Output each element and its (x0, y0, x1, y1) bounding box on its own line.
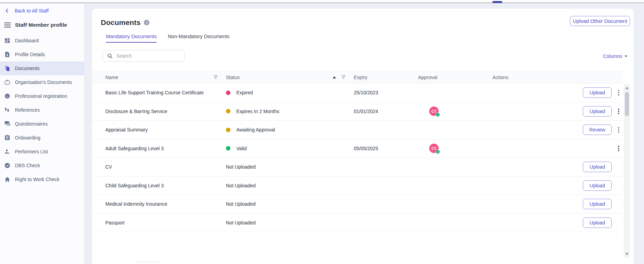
expiry-date: 01/01/2024 (354, 109, 418, 114)
sidebar-item-performers-list[interactable]: Performers List (0, 145, 84, 159)
page: Back to All Staff Staff Member profile D… (0, 0, 644, 264)
table-row: Basic Life Support Training Course Certi… (92, 84, 623, 102)
table-row: Appraisal Summary Awaiting Approval Revi… (92, 121, 623, 139)
table-row: Medical Indemnity Insurance Not Uploaded… (92, 195, 623, 214)
table-row: CV Not Uploaded Upload (92, 158, 623, 177)
upload-button[interactable]: Upload (583, 87, 612, 98)
table-row: Adult Safeguarding Level 3 Valid 05/05/2… (92, 139, 623, 158)
scroll-up-icon[interactable] (625, 87, 629, 89)
column-header-name: Name (105, 71, 226, 83)
upload-other-document-button[interactable]: Upload Other Document (570, 16, 630, 26)
quotes-icon (4, 107, 10, 113)
document-name: Adult Safeguarding Level 3 (105, 146, 226, 151)
search-input[interactable] (116, 53, 185, 59)
more-options-icon[interactable] (617, 89, 621, 97)
profile-details-icon (4, 51, 10, 58)
documents-icon (4, 65, 10, 71)
more-options-icon[interactable] (617, 107, 621, 116)
document-name: Medical Indemnity Insurance (105, 201, 226, 207)
expiry-date: 05/05/2025 (354, 146, 418, 151)
top-strip (0, 0, 644, 3)
status-text: Awaiting Approval (236, 127, 275, 133)
status-dot (226, 109, 230, 113)
sidebar: Back to All Staff Staff Member profile D… (0, 4, 84, 264)
upload-button[interactable]: Upload (583, 162, 612, 172)
document-name: Appraisal Summary (105, 127, 226, 133)
table-header: Name Status Expiry Approval Actions (92, 71, 623, 83)
documents-panel: Documents i Upload Other Document Mandat… (92, 9, 634, 264)
dashboard-icon (4, 37, 10, 44)
review-button[interactable]: Review (583, 125, 612, 135)
table-body: Basic Life Support Training Course Certi… (92, 84, 623, 232)
column-header-status: Status (226, 71, 354, 83)
chevron-left-icon (3, 7, 10, 14)
sidebar-item-organisation-documents[interactable]: Organisation's Documents (0, 75, 84, 89)
sidebar-item-dashboard[interactable]: Dashboard (0, 34, 84, 48)
status-text: Not Uploaded (226, 201, 256, 207)
filter-icon[interactable] (341, 75, 346, 80)
expiry-date: 25/10/2023 (354, 90, 418, 95)
info-icon[interactable]: i (144, 20, 149, 25)
page-size-select[interactable] (136, 262, 160, 264)
briefcase-icon (4, 79, 10, 85)
column-header-expiry: Expiry (354, 71, 418, 83)
sidebar-item-documents[interactable]: Documents (0, 61, 84, 75)
status-text: Valid (236, 146, 247, 151)
scrollbar-thumb[interactable] (625, 92, 629, 116)
sidebar-item-references[interactable]: References (0, 103, 84, 117)
table-row: Passport Not Uploaded Upload (92, 214, 623, 232)
sidebar-item-onboarding[interactable]: Onboarding (0, 131, 84, 145)
table-row: Disclosure & Barring Service Expires In … (92, 102, 623, 121)
filter-icon[interactable] (213, 75, 218, 80)
document-name: Basic Life Support Training Course Certi… (105, 90, 226, 95)
document-name: Child Safeguarding Level 3 (105, 183, 226, 188)
status-text: Expired (236, 90, 253, 95)
status-text: Expires In 2 Months (236, 109, 279, 114)
sidebar-item-questionnaires[interactable]: Questionnaires (0, 117, 84, 131)
clipboard-icon (4, 135, 10, 141)
status-dot (226, 128, 230, 132)
tab-non-mandatory-documents[interactable]: Non-Mandatory Documents (168, 34, 229, 43)
person-check-icon (4, 148, 10, 155)
check-circle-icon (4, 162, 10, 169)
vertical-scrollbar[interactable] (624, 84, 630, 258)
document-name: Passport (105, 220, 226, 225)
columns-menu[interactable]: Columns (603, 53, 627, 59)
column-header-approval: Approval (418, 71, 492, 83)
more-options-icon[interactable] (617, 144, 621, 153)
upload-button[interactable]: Upload (583, 106, 612, 117)
column-header-actions: Actions (492, 71, 623, 83)
status-text: Not Uploaded (226, 220, 256, 225)
face-icon (4, 93, 10, 99)
chevron-down-icon (625, 56, 627, 57)
search-box (103, 50, 185, 62)
status-text: Not Uploaded (226, 183, 256, 188)
tab-mandatory-documents[interactable]: Mandatory Documents (106, 34, 157, 43)
upload-button[interactable]: Upload (583, 180, 612, 191)
approved-check-icon (435, 112, 440, 117)
sidebar-item-profile-details[interactable]: Profile Details (0, 48, 84, 61)
back-to-all-staff-link[interactable]: Back to All Staff (0, 6, 84, 15)
document-tabs: Mandatory Documents Non-Mandatory Docume… (106, 34, 229, 43)
document-name: CV (105, 164, 226, 170)
upload-button[interactable]: Upload (583, 199, 612, 209)
sidebar-item-dbs-check[interactable]: DBS Check (0, 159, 84, 172)
upload-button[interactable]: Upload (583, 218, 612, 228)
scroll-down-icon[interactable] (625, 253, 629, 255)
approver-avatar: CT (429, 144, 439, 153)
status-dot (226, 91, 230, 95)
sidebar-item-right-to-work-check[interactable]: Right to Work Check (0, 172, 84, 186)
table-row: Child Safeguarding Level 3 Not Uploaded … (92, 177, 623, 195)
approved-check-icon (435, 150, 440, 154)
sort-ascending-icon[interactable] (333, 76, 336, 78)
approver-avatar: CT (429, 107, 439, 116)
back-link-label: Back to All Staff (15, 8, 49, 14)
status-text: Not Uploaded (226, 164, 256, 170)
sidebar-item-professional-registration[interactable]: Professional registration (0, 89, 84, 103)
menu-icon[interactable] (4, 23, 11, 27)
document-name: Disclosure & Barring Service (105, 109, 226, 114)
home-icon (4, 176, 10, 182)
status-dot (226, 146, 230, 151)
chat-icon (4, 121, 10, 127)
more-options-icon[interactable] (617, 126, 621, 134)
